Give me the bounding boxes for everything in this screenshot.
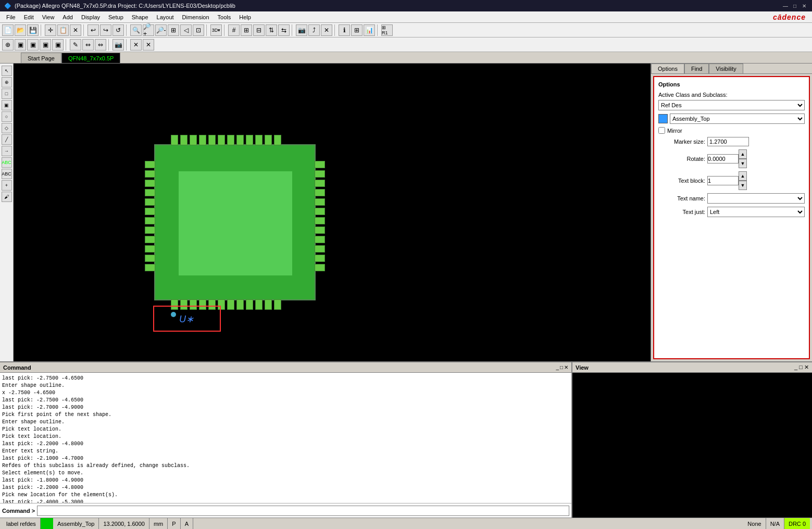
tb-layers[interactable]: ⊞: [241, 24, 252, 36]
text-just-dropdown[interactable]: Left Center Right: [707, 207, 805, 217]
lt-select[interactable]: ↖: [2, 66, 12, 76]
lt-brush[interactable]: 🖌: [2, 192, 12, 202]
menu-help[interactable]: Help: [235, 13, 255, 21]
text-name-label: Text name:: [658, 195, 705, 201]
text-block-input[interactable]: [707, 176, 739, 185]
tb-r1[interactable]: ⊞ R1: [381, 24, 393, 36]
text-name-dropdown[interactable]: [707, 193, 805, 204]
sep8: [377, 24, 379, 36]
text-block-up-btn[interactable]: ▲: [739, 171, 747, 181]
tb-copy[interactable]: 📋: [57, 24, 69, 36]
rotate-down-btn[interactable]: ▼: [739, 159, 747, 168]
tb2-layer2[interactable]: ▣: [27, 39, 39, 51]
tb-open[interactable]: 📂: [15, 24, 26, 36]
command-panel: Command _ □ ✕ last pick: -2.7500 -4.6500…: [0, 362, 572, 518]
lt-add[interactable]: +: [2, 180, 12, 191]
tb-export[interactable]: ⤴: [308, 24, 320, 36]
lt-text-abc[interactable]: ABC: [2, 157, 12, 168]
marker-size-row: Marker size:: [658, 137, 805, 146]
lt-circle[interactable]: ○: [2, 111, 12, 122]
mirror-checkbox[interactable]: [658, 127, 665, 134]
view-close-btn[interactable]: ✕: [804, 364, 809, 370]
tb2-edit3[interactable]: ⇔: [95, 39, 106, 51]
lt-box[interactable]: □: [2, 89, 12, 99]
tb-move[interactable]: ✛: [45, 24, 56, 36]
tb-report[interactable]: 📊: [364, 24, 375, 36]
tb-new[interactable]: 📄: [2, 24, 14, 36]
tb2-snap[interactable]: ⊕: [2, 39, 14, 51]
lt-poly[interactable]: ◇: [2, 123, 12, 133]
menu-edit[interactable]: Edit: [20, 13, 38, 21]
tb-grid[interactable]: #: [228, 24, 240, 36]
tb-zoom-prev[interactable]: ◁: [180, 24, 192, 36]
menu-view[interactable]: View: [38, 13, 59, 21]
tb-zoom-fit[interactable]: ⊞: [168, 24, 179, 36]
tb-info[interactable]: ℹ: [339, 24, 350, 36]
menu-add[interactable]: Add: [58, 13, 77, 21]
tb2-x2[interactable]: ✕: [143, 39, 154, 51]
lt-arrow[interactable]: →: [2, 146, 12, 156]
tb2-layer3[interactable]: ▣: [40, 39, 51, 51]
lt-text-abc2[interactable]: ABC: [2, 169, 12, 179]
view-minimize-btn[interactable]: _: [794, 364, 797, 370]
minimize-button[interactable]: —: [782, 2, 789, 9]
tb-mirror-h[interactable]: ⇆: [278, 24, 290, 36]
tb-camera[interactable]: 📷: [296, 24, 307, 36]
marker-size-input[interactable]: [707, 137, 749, 146]
tb-zoom-in[interactable]: 🔎+: [143, 24, 154, 36]
menu-display[interactable]: Display: [77, 13, 104, 21]
menu-setup[interactable]: Setup: [104, 13, 128, 21]
tb2-edit1[interactable]: ✎: [70, 39, 81, 51]
class-dropdown[interactable]: Ref Des: [658, 100, 805, 110]
tb2-cam[interactable]: 📷: [113, 39, 124, 51]
tab-qfn48[interactable]: QFN48_7x7x0.5P: [61, 53, 120, 63]
tb-import[interactable]: ✕: [321, 24, 332, 36]
pad: [255, 299, 263, 310]
tb-mirror-v[interactable]: ⇅: [266, 24, 277, 36]
close-button[interactable]: ✕: [801, 2, 808, 9]
tb2-layer[interactable]: ▣: [15, 39, 26, 51]
tb-save[interactable]: 💾: [27, 24, 39, 36]
text-block-down-btn[interactable]: ▼: [739, 181, 747, 190]
sep3: [126, 24, 128, 36]
canvas-area[interactable]: U∗: [14, 64, 651, 361]
tb-delete[interactable]: ✕: [70, 24, 81, 36]
tb-layers2[interactable]: ⊟: [253, 24, 265, 36]
command-input[interactable]: [37, 506, 569, 516]
tb-search[interactable]: 🔍: [130, 24, 142, 36]
maximize-button[interactable]: □: [791, 2, 798, 9]
tb-zoom-out[interactable]: 🔎-: [155, 24, 167, 36]
tab-find[interactable]: Find: [684, 64, 709, 73]
tab-options[interactable]: Options: [651, 64, 684, 73]
tb-3d[interactable]: 3D▾: [210, 24, 222, 36]
menu-tools[interactable]: Tools: [214, 13, 235, 21]
menu-layout[interactable]: Layout: [153, 13, 178, 21]
subclass-dropdown[interactable]: Assembly_Top: [670, 114, 805, 124]
tb-undo[interactable]: ↩: [88, 24, 99, 36]
titlebar: 🔷 (Package) Allegro QFN48_7x7x0.5P.dra P…: [0, 0, 812, 11]
tb-zoom-area[interactable]: ⊡: [193, 24, 204, 36]
cmd-minimize-btn[interactable]: _: [556, 364, 559, 370]
menu-shape[interactable]: Shape: [128, 13, 153, 21]
tb-undo2[interactable]: ↺: [113, 24, 124, 36]
tab-visibility[interactable]: Visibility: [709, 64, 743, 73]
tb-redo[interactable]: ↪: [100, 24, 111, 36]
tb-prop[interactable]: ⊞: [351, 24, 363, 36]
menu-dimension[interactable]: Dimension: [178, 13, 214, 21]
cmd-close-btn[interactable]: ✕: [564, 364, 568, 370]
tb2-edit2[interactable]: ⇔: [82, 39, 94, 51]
menu-file[interactable]: File: [2, 13, 20, 21]
subclass-color-box[interactable]: [658, 114, 668, 123]
status-p-btn[interactable]: P: [168, 518, 180, 529]
cmd-restore-btn[interactable]: □: [560, 364, 563, 370]
lt-box2[interactable]: ▣: [2, 100, 12, 110]
status-a-btn[interactable]: A: [181, 518, 193, 529]
lt-snap[interactable]: ⊕: [2, 77, 12, 87]
tb2-x1[interactable]: ✕: [130, 39, 142, 51]
rotate-up-btn[interactable]: ▲: [739, 149, 747, 159]
rotate-input[interactable]: [707, 154, 739, 163]
view-restore-btn[interactable]: □: [799, 364, 803, 370]
tb2-layer4[interactable]: ▣: [52, 39, 64, 51]
tab-start-page[interactable]: Start Page: [21, 53, 61, 63]
lt-line[interactable]: ╱: [2, 134, 12, 145]
